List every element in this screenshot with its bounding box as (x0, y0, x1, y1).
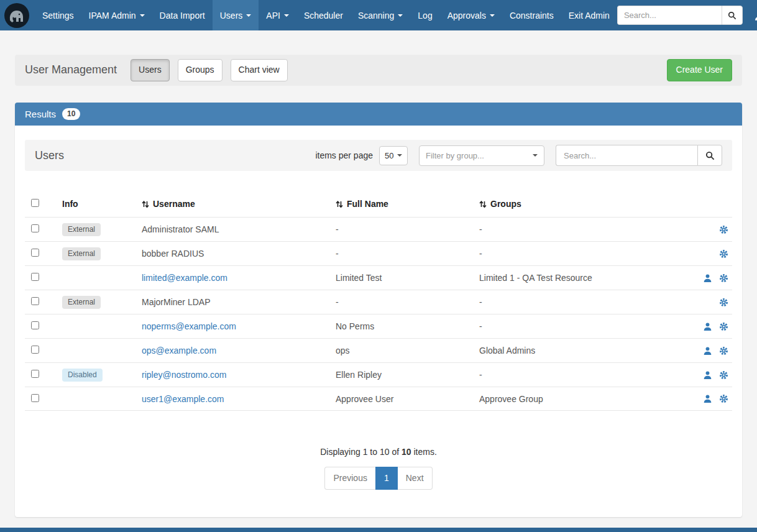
nav-label: Approvals (447, 11, 486, 21)
previous-page-button[interactable]: Previous (324, 467, 375, 489)
gear-icon[interactable] (719, 225, 728, 234)
nav-label: Data Import (160, 11, 205, 21)
username-link[interactable]: user1@example.com (142, 394, 224, 404)
groups-cell: Limited 1 - QA Test Resource (479, 273, 689, 283)
table-row: Disabled ripley@nostromo.com Ellen Riple… (25, 362, 732, 387)
user-menu[interactable] (751, 10, 757, 21)
table-row: limited@example.com Limited Test Limited… (25, 265, 732, 290)
username-cell: MajorMiner LDAP (142, 297, 210, 307)
groups-cell: - (479, 224, 689, 234)
header-full-name[interactable]: Full Name (336, 199, 479, 209)
groups-cell: - (479, 249, 689, 259)
items-per-page-label: items per page (315, 150, 373, 160)
chevron-down-icon (533, 154, 538, 157)
user-icon[interactable] (703, 346, 712, 355)
navbar-search-input[interactable] (617, 6, 722, 25)
username-link[interactable]: noperms@example.com (142, 321, 236, 331)
username-link[interactable]: ops@example.com (142, 346, 216, 355)
row-checkbox[interactable] (31, 346, 39, 354)
nav-label: API (266, 11, 280, 21)
gear-icon[interactable] (719, 322, 728, 331)
table-search-input[interactable] (556, 145, 697, 166)
users-table: Info Username Full Name (25, 191, 732, 411)
row-checkbox[interactable] (31, 224, 39, 232)
row-checkbox[interactable] (31, 249, 39, 257)
table-header-row: Info Username Full Name (25, 191, 732, 217)
app-logo[interactable] (4, 1, 30, 30)
gear-icon[interactable] (719, 370, 728, 380)
row-checkbox[interactable] (31, 297, 39, 305)
gear-icon[interactable] (719, 346, 728, 355)
nav-item-constraints[interactable]: Constraints (502, 0, 561, 30)
tab-groups[interactable]: Groups (178, 59, 223, 81)
user-icon[interactable] (703, 322, 712, 331)
table-row: ops@example.com ops Global Admins (25, 338, 732, 362)
nav-item-scheduler[interactable]: Scheduler (296, 0, 351, 30)
page-1-button[interactable]: 1 (375, 467, 398, 489)
nav-item-api[interactable]: API (259, 0, 296, 30)
chevron-down-icon (140, 14, 145, 17)
items-per-page-value: 50 (385, 151, 393, 160)
group-filter-value: Filter by group... (426, 151, 484, 160)
top-navbar: Settings IPAM Admin Data Import Users AP… (0, 0, 757, 30)
items-per-page-select[interactable]: 50 (379, 146, 408, 165)
table-search (556, 145, 722, 166)
user-icon[interactable] (703, 370, 712, 380)
results-title: Results (25, 109, 56, 119)
chevron-down-icon (246, 14, 251, 17)
status-badge: External (62, 223, 101, 236)
nav-item-scanning[interactable]: Scanning (351, 0, 410, 30)
nav-item-log[interactable]: Log (410, 0, 439, 30)
nav-label: Scanning (358, 11, 394, 21)
nav-item-data-import[interactable]: Data Import (152, 0, 213, 30)
header-username[interactable]: Username (142, 199, 336, 209)
select-all-checkbox[interactable] (31, 199, 39, 207)
chevron-down-icon (490, 14, 495, 17)
username-cell: Administrator SAML (142, 224, 219, 234)
full-name-cell: ops (336, 346, 479, 355)
create-user-button[interactable]: Create User (667, 59, 732, 81)
nav-label: Users (220, 11, 243, 21)
username-link[interactable]: ripley@nostromo.com (142, 370, 226, 380)
status-badge: Disabled (62, 369, 103, 381)
row-checkbox[interactable] (31, 370, 39, 378)
row-checkbox[interactable] (31, 394, 39, 402)
gear-icon[interactable] (719, 249, 728, 259)
nav-item-settings[interactable]: Settings (35, 0, 81, 30)
total-items-count: 10 (401, 447, 411, 457)
sort-icon (336, 200, 343, 208)
chevron-down-icon (397, 154, 402, 157)
nav-item-users[interactable]: Users (213, 0, 259, 30)
full-name-cell: - (336, 249, 479, 259)
full-name-cell: No Perms (336, 321, 479, 331)
status-badge: External (62, 247, 101, 260)
row-checkbox[interactable] (31, 273, 39, 281)
tab-users[interactable]: Users (131, 59, 170, 81)
table-search-button[interactable] (697, 145, 722, 166)
user-icon[interactable] (703, 273, 712, 283)
username-link[interactable]: limited@example.com (142, 273, 227, 283)
username-cell: bobber RADIUS (142, 249, 204, 259)
user-icon[interactable] (703, 394, 712, 403)
groups-cell: - (479, 321, 689, 331)
results-panel-header: Results 10 (15, 103, 742, 126)
navbar-search-button[interactable] (722, 6, 743, 25)
nav-label: IPAM Admin (89, 11, 136, 21)
nav-item-approvals[interactable]: Approvals (440, 0, 502, 30)
tab-chart-view[interactable]: Chart view (231, 59, 288, 81)
gear-icon[interactable] (719, 273, 728, 283)
group-filter-select[interactable]: Filter by group... (419, 145, 544, 166)
search-icon (705, 151, 715, 160)
row-checkbox[interactable] (31, 321, 39, 329)
next-page-button[interactable]: Next (398, 467, 433, 489)
footer-bar (0, 528, 757, 532)
gear-icon[interactable] (719, 394, 728, 403)
nav-item-ipam-admin[interactable]: IPAM Admin (81, 0, 152, 30)
full-name-cell: - (336, 297, 479, 307)
full-name-cell: Ellen Ripley (336, 370, 479, 380)
chevron-down-icon (284, 14, 289, 17)
header-groups[interactable]: Groups (479, 199, 689, 209)
nav-label: Scheduler (304, 11, 343, 21)
nav-item-exit-admin[interactable]: Exit Admin (561, 0, 617, 30)
gear-icon[interactable] (719, 298, 728, 307)
